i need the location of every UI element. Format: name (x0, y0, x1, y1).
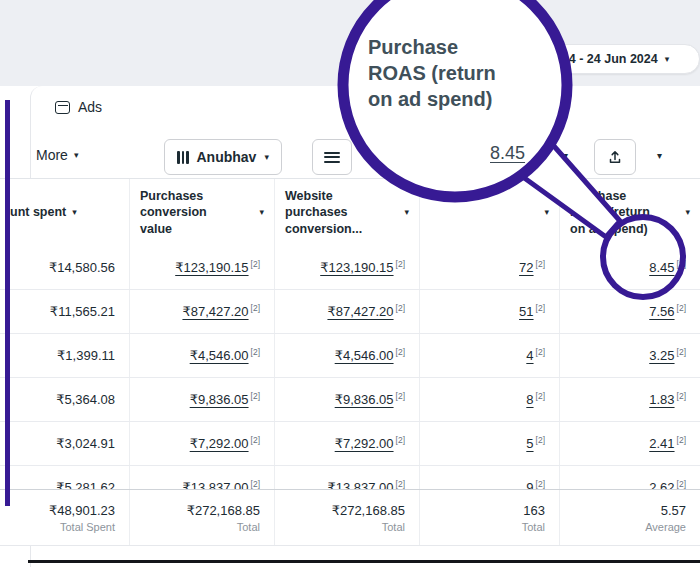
table-footer-row: ₹48,901.23 Total Spent ₹272,168.85 Total… (0, 489, 700, 546)
footnote: [2] (677, 391, 686, 401)
footnote: [2] (536, 259, 545, 269)
footnote: [2] (251, 303, 260, 313)
annotation-bottom-line (28, 560, 700, 563)
metric-value-link[interactable]: ₹9,836.05 (335, 392, 394, 407)
footnote: [2] (677, 347, 686, 357)
column-header-purchases-value[interactable]: Purchases conversion value ▾ (130, 179, 275, 246)
chevron-down-icon: ▾ (74, 151, 79, 160)
chevron-down-icon[interactable]: ▾ (563, 151, 568, 161)
amount-spent-cell: ₹5,364.08 (0, 378, 130, 421)
metric-value-link[interactable]: ₹87,427.20 (327, 304, 393, 319)
metric-value-link[interactable]: 8.45 (649, 260, 674, 275)
footnote: [2] (396, 347, 405, 357)
footnote: [2] (677, 435, 686, 445)
metric-value-link[interactable]: ₹13,837.00 (327, 480, 393, 489)
export-icon (607, 149, 623, 165)
footnote: [2] (396, 391, 405, 401)
purchases-count-cell: 4[2] (420, 334, 560, 377)
purchases-count-cell: 72[2] (420, 246, 560, 289)
roas-cell: 7.56[2] (560, 290, 700, 333)
columns-button[interactable]: Anubhav ▾ (164, 139, 282, 175)
metric-value-link[interactable]: 1.83 (649, 392, 674, 407)
chevron-down-icon[interactable]: ▾ (657, 151, 662, 161)
date-range-picker[interactable]: 4 - 24 Jun 2024 ▾ (538, 44, 700, 74)
table-row[interactable]: ₹11,565.21 ₹87,427.20[2] ₹87,427.20[2] 5… (0, 290, 700, 334)
metric-value-link[interactable]: ₹9,836.05 (190, 392, 249, 407)
roas-cell: 3.25[2] (560, 334, 700, 377)
columns-label: Anubhav (197, 149, 257, 165)
more-label: More (36, 147, 68, 163)
table-row[interactable]: ₹5,364.08 ₹9,836.05[2] ₹9,836.05[2] 8[2]… (0, 378, 700, 422)
column-label: Website purchases conversion... (285, 188, 385, 237)
breakdown-button[interactable] (312, 139, 352, 175)
roas-cell: 8.45[2] (560, 246, 700, 289)
footnote: [2] (677, 259, 686, 269)
ads-icon (55, 101, 70, 114)
export-button[interactable] (594, 139, 636, 175)
metric-value-link[interactable]: ₹123,190.15 (320, 260, 393, 275)
metric-value-link[interactable]: ₹4,546.00 (190, 348, 249, 363)
metric-value-link[interactable]: 2.41 (649, 436, 674, 451)
footnote: [2] (396, 303, 405, 313)
footnote: [2] (396, 435, 405, 445)
metric-value-link[interactable]: 2.62 (649, 480, 674, 489)
table-row[interactable]: ₹3,024.91 ₹7,292.00[2] ₹7,292.00[2] 5[2]… (0, 422, 700, 466)
footnote: [2] (536, 303, 545, 313)
website-value-cell: ₹9,836.05[2] (275, 378, 420, 421)
purchases-value-cell: ₹4,546.00[2] (130, 334, 275, 377)
column-header-purchases[interactable]: ▾ (420, 179, 560, 246)
metric-value-link[interactable]: 72 (519, 260, 533, 275)
metric-value-link[interactable]: ₹123,190.15 (175, 260, 248, 275)
metric-value-link[interactable]: 3.25 (649, 348, 674, 363)
website-value-cell: ₹13,837.00[2] (275, 466, 420, 489)
metric-value-link[interactable]: ₹4,546.00 (335, 348, 394, 363)
metric-value-link[interactable]: 9 (526, 480, 533, 489)
metric-value-link[interactable]: ₹7,292.00 (190, 436, 249, 451)
table-row[interactable]: ₹14,580.56 ₹123,190.15[2] ₹123,190.15[2]… (0, 246, 700, 290)
footnote: [2] (677, 303, 686, 313)
chevron-down-icon: ▾ (72, 208, 77, 217)
purchases-count-cell: 8[2] (420, 378, 560, 421)
metric-value-link[interactable]: ₹87,427.20 (182, 304, 248, 319)
chevron-down-icon: ▾ (665, 55, 670, 64)
annotation-left-bar (5, 100, 10, 506)
chevron-down-icon: ▾ (400, 208, 409, 217)
purchases-count-cell: 51[2] (420, 290, 560, 333)
metric-value-link[interactable]: 5 (526, 436, 533, 451)
total-purchases-count-cell: 163 Total (420, 490, 560, 545)
column-label: unt spent (10, 204, 66, 220)
table-row[interactable]: ₹5,281.62 ₹13,837.00[2] ₹13,837.00[2] 9[… (0, 466, 700, 489)
website-value-cell: ₹123,190.15[2] (275, 246, 420, 289)
column-label: Purchase ROAS (return on ad spend) (570, 188, 665, 237)
column-header-website-purchases-value[interactable]: Website purchases conversion... ▾ (275, 179, 420, 246)
chevron-down-icon: ▾ (540, 208, 549, 217)
more-button[interactable]: More ▾ (36, 147, 78, 163)
footnote: [2] (536, 435, 545, 445)
table-header: unt spent ▾ Purchases conversion value ▾… (0, 179, 700, 246)
amount-spent-cell: ₹11,565.21 (0, 290, 130, 333)
table-row[interactable]: ₹1,399.11 ₹4,546.00[2] ₹4,546.00[2] 4[2]… (0, 334, 700, 378)
metric-value-link[interactable]: ₹7,292.00 (335, 436, 394, 451)
website-value-cell: ₹4,546.00[2] (275, 334, 420, 377)
metric-value-link[interactable]: ₹13,837.00 (182, 480, 248, 489)
column-header-amount-spent[interactable]: unt spent ▾ (0, 179, 130, 246)
roas-cell: 2.41[2] (560, 422, 700, 465)
column-header-purchase-roas[interactable]: Purchase ROAS (return on ad spend) ▾ (560, 179, 700, 246)
purchases-value-cell: ₹9,836.05[2] (130, 378, 275, 421)
roas-cell: 1.83[2] (560, 378, 700, 421)
amount-spent-cell: ₹1,399.11 (0, 334, 130, 377)
average-roas-cell: 5.57 Average (560, 490, 700, 545)
footnote: [2] (536, 479, 545, 489)
tab-ads-label: Ads (78, 99, 102, 115)
column-label: Purchases conversion value (140, 188, 240, 237)
metric-value-link[interactable]: 51 (519, 304, 533, 319)
footnote: [2] (536, 391, 545, 401)
metric-value-link[interactable]: 7.56 (649, 304, 674, 319)
metric-value-link[interactable]: 4 (526, 348, 533, 363)
table-body: ₹14,580.56 ₹123,190.15[2] ₹123,190.15[2]… (0, 246, 700, 489)
purchases-count-cell: 5[2] (420, 422, 560, 465)
website-value-cell: ₹87,427.20[2] (275, 290, 420, 333)
metric-value-link[interactable]: 8 (526, 392, 533, 407)
tab-ads[interactable]: Ads (55, 99, 102, 115)
total-spent-cell: ₹48,901.23 Total Spent (0, 490, 130, 545)
